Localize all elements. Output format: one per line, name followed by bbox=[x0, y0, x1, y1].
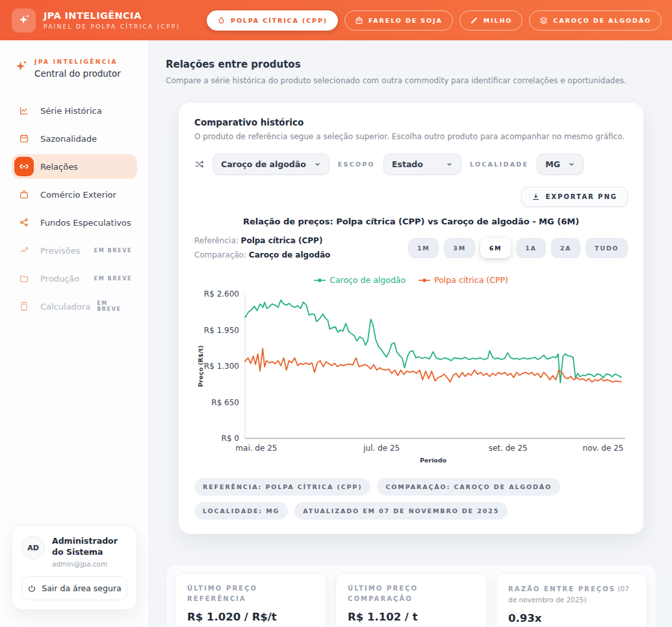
escopo-label: ESCOPO bbox=[338, 161, 375, 168]
sidebar-item-calculadora: CalculadoraEM BREVE bbox=[12, 294, 137, 319]
svg-text:jul. de 25: jul. de 25 bbox=[363, 444, 400, 453]
comparison-product-select[interactable]: Caroço de algodão bbox=[213, 153, 330, 175]
sidebar-item-label: Fundos Especulativos bbox=[40, 218, 131, 228]
stat-label: RAZÃO ENTRE PREÇOS (07 de novembro de 20… bbox=[508, 583, 635, 605]
sidebar-item-label: Previsões bbox=[40, 246, 80, 256]
download-icon bbox=[532, 193, 540, 201]
reference-row: Referência: Polpa cítrica (CPP) Comparaç… bbox=[194, 234, 628, 262]
range-button-tudo[interactable]: TUDO bbox=[586, 238, 628, 258]
chevron-down-icon bbox=[314, 161, 321, 168]
sidebar-nav: Série HistóricaSazonalidadeRelaçõesComér… bbox=[12, 98, 137, 319]
meta-chip: LOCALIDADE: MG bbox=[194, 502, 288, 520]
stat-card-ultimo-preco-referencia: ÚLTIMO PREÇO REFERÊNCIAR$ 1.020 / R$/t bbox=[175, 573, 326, 627]
chart-canvas: R$ 0R$ 650R$ 1.300R$ 1.950R$ 2.600mai. d… bbox=[194, 289, 628, 466]
page-subtitle: Compare a série histórica do produto sel… bbox=[166, 76, 656, 85]
coming-soon-badge: EM BREVE bbox=[97, 300, 132, 312]
export-png-button[interactable]: EXPORTAR PNG bbox=[521, 187, 628, 207]
range-button-3m[interactable]: 3M bbox=[444, 238, 474, 258]
meta-chip: COMPARAÇÃO: CAROÇO DE ALGODÃO bbox=[377, 478, 560, 496]
product-tabs: POLPA CÍTRICA (CPP)FARELO DE SOJAMILHOCA… bbox=[207, 10, 662, 31]
page-title: Relações entre produtos bbox=[166, 59, 656, 70]
controls-row: Caroço de algodão ESCOPO Estado LOCALIDA… bbox=[194, 153, 628, 175]
share-icon bbox=[14, 213, 34, 232]
product-tab-caroco-de-algodao[interactable]: CAROÇO DE ALGODÃO bbox=[529, 10, 662, 31]
sidebar-item-comercio-exterior[interactable]: Comércio Exterior bbox=[12, 182, 137, 207]
calc-icon bbox=[14, 297, 34, 316]
svg-text:Preço (R$/t): Preço (R$/t) bbox=[197, 345, 204, 387]
meta-chip: REFERÊNCIA: POLPA CÍTRICA (CPP) bbox=[194, 478, 370, 496]
trend-icon bbox=[14, 241, 34, 260]
svg-text:R$ 0: R$ 0 bbox=[222, 434, 239, 443]
sidebar-item-serie-historica[interactable]: Série Histórica bbox=[12, 98, 137, 123]
main-content: Relações entre produtos Compare a série … bbox=[149, 40, 672, 627]
comparison-label: Comparação: bbox=[194, 250, 246, 260]
legend-item-caroco-de-algodao[interactable]: Caroço de algodão bbox=[314, 275, 406, 285]
link-icon bbox=[14, 157, 34, 176]
svg-text:mai. de 25: mai. de 25 bbox=[235, 444, 277, 453]
app-header: JPA INTELIGÊNCIA PAINEL DE POLPA CÍTRICA… bbox=[0, 0, 672, 40]
sidebar-item-label: Produção bbox=[40, 274, 79, 284]
svg-text:nov. de 25: nov. de 25 bbox=[583, 444, 624, 453]
comparison-product-value: Caroço de algodão bbox=[221, 159, 306, 169]
app-title: JPA INTELIGÊNCIA bbox=[44, 10, 180, 21]
box-icon bbox=[355, 16, 363, 25]
sparkle-icon bbox=[18, 14, 31, 27]
brand-subtitle: Central do produtor bbox=[34, 68, 121, 79]
product-tab-label: POLPA CÍTRICA (CPP) bbox=[231, 17, 328, 24]
stat-value: R$ 1.020 / R$/t bbox=[187, 611, 314, 623]
svg-text:R$ 1.950: R$ 1.950 bbox=[204, 326, 239, 335]
sidebar-item-sazonalidade[interactable]: Sazonalidade bbox=[12, 126, 137, 151]
localidade-select[interactable]: MG bbox=[537, 153, 584, 175]
stats-row: ÚLTIMO PREÇO REFERÊNCIAR$ 1.020 / R$/tÚL… bbox=[166, 564, 656, 627]
svg-text:R$ 1.300: R$ 1.300 bbox=[204, 362, 239, 371]
logout-button[interactable]: Sair da área segura bbox=[21, 576, 127, 600]
range-buttons: 1M3M6M1A2ATUDO bbox=[408, 238, 628, 258]
sidebar-item-label: Comércio Exterior bbox=[40, 190, 116, 200]
calendar-icon bbox=[14, 129, 34, 148]
legend-marker-icon bbox=[314, 277, 326, 284]
card-title: Comparativo histórico bbox=[194, 117, 628, 127]
layers-icon bbox=[539, 16, 548, 25]
sidebar-item-fundos-especulativos[interactable]: Fundos Especulativos bbox=[12, 210, 137, 235]
range-button-1m[interactable]: 1M bbox=[408, 238, 439, 258]
range-button-1a[interactable]: 1A bbox=[516, 238, 545, 258]
chart-legend: Caroço de algodãoPolpa cítrica (CPP) bbox=[194, 275, 628, 285]
reference-line: Referência: Polpa cítrica (CPP) bbox=[194, 234, 330, 248]
product-tab-label: CAROÇO DE ALGODÃO bbox=[553, 17, 651, 24]
coming-soon-badge: EM BREVE bbox=[94, 248, 132, 254]
stat-label: ÚLTIMO PREÇO REFERÊNCIA bbox=[187, 583, 314, 604]
wheat-icon bbox=[470, 16, 478, 25]
product-tab-polpa-citrica-cpp[interactable]: POLPA CÍTRICA (CPP) bbox=[207, 10, 338, 31]
product-tab-label: FARELO DE SOJA bbox=[368, 17, 443, 24]
user-card: AD Administrador do Sistema admin@jpa.co… bbox=[12, 525, 137, 610]
logout-label: Sair da área segura bbox=[42, 583, 121, 593]
product-tab-label: MILHO bbox=[484, 17, 513, 24]
sidebar-item-label: Calculadora bbox=[40, 302, 90, 312]
legend-marker-icon bbox=[419, 277, 430, 284]
chart-meta-chips: REFERÊNCIA: POLPA CÍTRICA (CPP)COMPARAÇÃ… bbox=[194, 478, 628, 520]
sidebar-item-relacoes[interactable]: Relações bbox=[12, 154, 137, 179]
range-button-6m[interactable]: 6M bbox=[480, 238, 511, 258]
escopo-value: Estado bbox=[392, 159, 423, 169]
product-tab-farelo-de-soja[interactable]: FARELO DE SOJA bbox=[344, 10, 453, 31]
sidebar-item-previsoes: PrevisõesEM BREVE bbox=[12, 238, 137, 263]
briefcase-icon bbox=[14, 185, 34, 204]
legend-item-polpa-citrica-cpp[interactable]: Polpa cítrica (CPP) bbox=[419, 275, 508, 285]
chevron-down-icon bbox=[568, 161, 575, 168]
chevron-down-icon bbox=[446, 161, 453, 168]
user-email: admin@jpa.com bbox=[52, 560, 127, 568]
chart-title: Relação de preços: Polpa cítrica (CPP) v… bbox=[194, 217, 628, 226]
export-label: EXPORTAR PNG bbox=[546, 193, 618, 200]
power-icon bbox=[27, 584, 36, 593]
comparison-card: Comparativo histórico O produto de refer… bbox=[179, 103, 643, 534]
comparison-line: Comparação: Caroço de algodão bbox=[194, 248, 330, 263]
sidebar-item-label: Relações bbox=[40, 162, 78, 172]
escopo-select[interactable]: Estado bbox=[383, 153, 461, 175]
range-button-2a[interactable]: 2A bbox=[551, 238, 580, 258]
droplet-icon bbox=[217, 16, 226, 25]
product-tab-milho[interactable]: MILHO bbox=[459, 10, 523, 31]
brand-name: JPA INTELIGÊNCIA bbox=[34, 59, 121, 65]
localidade-label: LOCALIDADE bbox=[470, 161, 528, 168]
user-name: Administrador do Sistema bbox=[52, 536, 127, 558]
stat-value: R$ 1.102 / t bbox=[348, 611, 474, 623]
